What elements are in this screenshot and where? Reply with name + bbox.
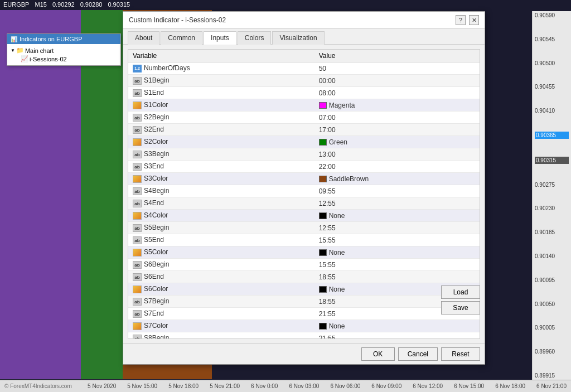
variable-name: NumberOfDays [144,64,190,72]
date-label: 6 Nov 15:00 [454,383,484,389]
table-row[interactable]: 1.2NumberOfDays50 [128,62,480,75]
table-row[interactable]: abS2End17:00 [128,124,480,136]
value-cell: 00:00 [314,75,480,87]
variable-name: S4Begin [144,187,169,195]
tab-bar: About Common Inputs Colors Visualization [123,29,485,45]
value-cell[interactable]: Green [314,136,480,148]
color-swatch [319,212,327,219]
price-label: 0.90365 [535,132,569,139]
dialog-content-area: Variable Value 1.2NumberOfDays50abS1Begi… [123,49,485,339]
date-axis: 5 Nov 2020 5 Nov 15:00 5 Nov 18:00 5 Nov… [88,383,567,389]
table-row[interactable]: abS1End08:00 [128,87,480,99]
variable-name: S3Color [144,175,168,182]
value-cell[interactable]: None [314,210,480,222]
tab-about[interactable]: About [128,31,159,45]
table-row[interactable]: S2ColorGreen [128,136,480,148]
dialog-title: Custom Indicator - i-Sessions-02 [129,16,226,24]
tree-item-sessions[interactable]: 📈 i-Sessions-02 [9,55,118,63]
variable-name: S1Begin [144,76,169,84]
tab-colors[interactable]: Colors [238,31,272,45]
tree-item-main[interactable]: ▼ 📁 Main chart [9,46,118,55]
price-label: 0.90410 [535,108,569,114]
value-cell[interactable]: SaddleBrown [314,173,480,185]
table-row[interactable]: abS6Begin15:55 [128,259,480,271]
table-row[interactable]: abS1Begin00:00 [128,75,480,87]
load-save-area: Load Save [441,285,480,314]
date-label: 6 Nov 18:00 [495,383,525,389]
date-label: 6 Nov 03:00 [289,383,319,389]
table-row[interactable]: S5ColorNone [128,246,480,259]
panel-title: 📊 Indicators on EURGBP [7,34,120,44]
table-row[interactable]: abS4End12:55 [128,197,480,210]
table-row[interactable]: S6ColorNone [128,283,480,296]
inputs-table-container[interactable]: Variable Value 1.2NumberOfDays50abS1Begi… [128,49,480,339]
table-row[interactable]: abS7End21:55 [128,308,480,320]
price-label: 0.90230 [535,205,569,211]
tab-common[interactable]: Common [161,31,202,45]
value-cell[interactable]: Magenta [314,99,480,112]
table-row[interactable]: abS3End22:00 [128,161,480,173]
brand-label: © ForexMT4Indicators.com [4,383,72,389]
variable-cell: S3Color [128,173,314,185]
value-cell: 12:55 [314,222,480,234]
bottom-bar: © ForexMT4Indicators.com 5 Nov 2020 5 No… [0,380,571,392]
ok-button[interactable]: OK [361,347,395,361]
table-row[interactable]: abS5Begin12:55 [128,222,480,234]
variable-cell: abS2Begin [128,112,314,124]
color-swatch [319,176,327,182]
table-row[interactable]: S1ColorMagenta [128,99,480,112]
reset-button[interactable]: Reset [441,347,480,361]
color-name: None [329,322,345,330]
col-value: Value [314,50,480,62]
value-cell: 18:55 [314,271,480,283]
ticker-symbol: EURGBP [3,1,29,9]
table-row[interactable]: abS4Begin09:55 [128,185,480,197]
tab-visualization[interactable]: Visualization [272,31,324,45]
variable-cell: abS8Begin [128,332,314,340]
value-cell: 15:55 [314,259,480,271]
load-button[interactable]: Load [441,285,480,299]
cancel-button[interactable]: Cancel [398,347,438,361]
variable-name: S3End [144,162,164,170]
close-button[interactable]: ✕ [469,15,479,25]
color-name: Green [329,138,347,146]
table-row[interactable]: abS7Begin18:55 [128,296,480,308]
table-row[interactable]: S7ColorNone [128,320,480,332]
date-label: 6 Nov 0:00 [251,383,278,389]
color-swatch [319,102,327,109]
color-name: None [329,249,345,257]
variable-name: S7Color [144,322,168,330]
color-swatch [319,139,327,146]
table-row[interactable]: abS8Begin21:55 [128,332,480,340]
table-row[interactable]: abS6End18:55 [128,271,480,283]
color-name: None [329,212,345,220]
value-cell[interactable]: None [314,320,480,332]
panel-content: ▼ 📁 Main chart 📈 i-Sessions-02 [7,44,120,65]
table-row[interactable]: abS5End15:55 [128,234,480,246]
table-row[interactable]: abS3Begin13:00 [128,148,480,161]
inputs-table: Variable Value 1.2NumberOfDays50abS1Begi… [128,50,480,339]
price-label: 0.90185 [535,229,569,235]
value-cell: 09:55 [314,185,480,197]
date-label: 5 Nov 21:00 [210,383,240,389]
variable-name: S6Color [144,285,168,293]
table-row[interactable]: abS2Begin07:00 [128,112,480,124]
date-label: 5 Nov 15:00 [127,383,157,389]
variable-cell: 1.2NumberOfDays [128,62,314,75]
variable-name: S3Begin [144,150,169,158]
save-button[interactable]: Save [441,301,480,314]
value-cell: 15:55 [314,234,480,246]
date-label: 6 Nov 12:00 [413,383,443,389]
custom-indicator-dialog: Custom Indicator - i-Sessions-02 ? ✕ Abo… [123,11,485,365]
variable-cell: S4Color [128,210,314,222]
price-label: 0.90545 [535,36,569,42]
help-button[interactable]: ? [456,15,466,25]
value-cell[interactable]: None [314,246,480,259]
price-label: 0.90095 [535,277,569,283]
folder-icon: 📁 [16,47,24,54]
table-row[interactable]: S3ColorSaddleBrown [128,173,480,185]
variable-name: S6End [144,273,164,280]
table-row[interactable]: S4ColorNone [128,210,480,222]
tab-inputs[interactable]: Inputs [204,31,236,45]
ticker-price2: 0.90280 [80,1,103,9]
